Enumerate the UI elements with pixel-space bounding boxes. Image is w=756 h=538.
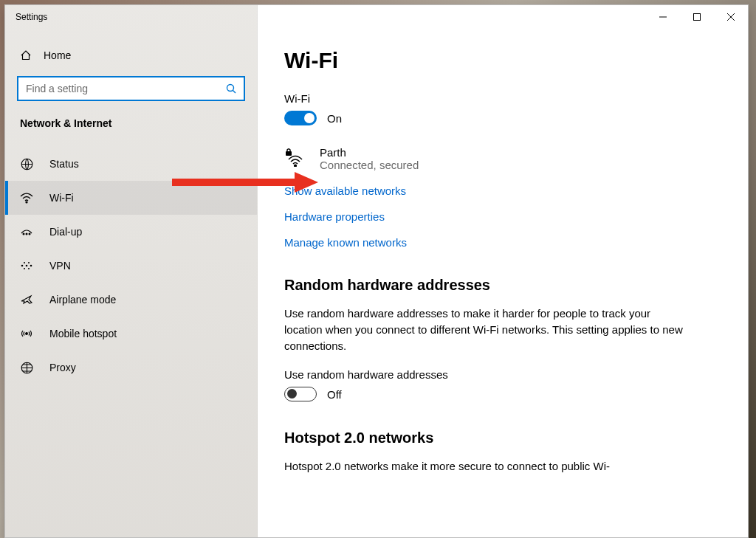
network-status: Connected, secured	[320, 159, 419, 171]
sidebar-item-label: Mobile hotspot	[49, 328, 117, 339]
sidebar-item-status[interactable]: Status	[5, 147, 257, 181]
content-area: Wi-Fi Wi-Fi On Parth Connected, s	[258, 5, 748, 537]
sidebar-item-label: VPN	[49, 260, 71, 272]
settings-window: Settings Home	[4, 4, 749, 538]
current-network[interactable]: Parth Connected, secured	[284, 146, 718, 171]
svg-point-4	[227, 85, 234, 92]
sidebar-item-proxy[interactable]: Proxy	[5, 351, 257, 384]
dialup-icon	[20, 227, 33, 236]
svg-point-11	[21, 265, 24, 267]
wifi-toggle-label: Wi-Fi	[284, 92, 718, 105]
sidebar-item-home[interactable]: Home	[5, 41, 257, 70]
hotspot-icon	[20, 328, 33, 339]
random-hw-heading: Random hardware addresses	[284, 277, 718, 294]
airplane-icon	[20, 294, 33, 306]
sidebar-item-label: Airplane mode	[49, 294, 116, 306]
wifi-toggle-state: On	[327, 112, 342, 125]
svg-point-12	[26, 265, 28, 267]
sidebar-item-label: Dial-up	[49, 226, 82, 238]
svg-line-5	[233, 91, 236, 94]
network-name: Parth	[320, 146, 419, 159]
random-hw-toggle-state: Off	[327, 388, 342, 401]
svg-point-13	[30, 265, 32, 267]
sidebar-item-label: Wi-Fi	[49, 192, 74, 204]
sidebar-item-hotspot[interactable]: Mobile hotspot	[5, 317, 257, 351]
svg-point-8	[23, 233, 24, 235]
hotspot2-heading: Hotspot 2.0 networks	[284, 430, 718, 446]
hotspot2-body: Hotspot 2.0 networks make it more secure…	[284, 458, 683, 475]
svg-rect-1	[694, 14, 701, 21]
svg-point-18	[26, 333, 28, 335]
svg-point-15	[28, 262, 30, 263]
svg-point-7	[26, 201, 27, 203]
svg-point-9	[26, 233, 27, 235]
maximize-button[interactable]	[680, 5, 714, 29]
home-icon	[20, 49, 32, 61]
show-available-networks-link[interactable]: Show available networks	[284, 184, 718, 197]
hardware-properties-link[interactable]: Hardware properties	[284, 210, 718, 223]
svg-point-16	[24, 268, 25, 269]
page-title: Wi-Fi	[284, 48, 718, 73]
sidebar-item-vpn[interactable]: VPN	[5, 249, 257, 283]
search-icon	[226, 83, 236, 94]
proxy-icon	[20, 362, 33, 374]
minimize-button[interactable]	[646, 5, 680, 29]
search-input[interactable]	[26, 83, 226, 94]
window-title: Settings	[5, 12, 47, 22]
status-icon	[20, 158, 33, 170]
secured-wifi-icon	[284, 146, 305, 171]
vpn-icon	[20, 261, 33, 271]
random-hw-body: Use random hardware addresses to make it…	[284, 306, 683, 354]
sidebar-category: Network & Internet	[5, 101, 257, 135]
random-hw-toggle[interactable]	[284, 387, 317, 401]
wifi-icon	[20, 192, 33, 204]
sidebar-item-dialup[interactable]: Dial-up	[5, 215, 257, 249]
manage-known-networks-link[interactable]: Manage known networks	[284, 236, 718, 249]
svg-point-20	[295, 165, 297, 167]
sidebar-home-label: Home	[44, 49, 71, 61]
svg-point-17	[28, 268, 30, 269]
sidebar-item-label: Status	[49, 158, 79, 170]
svg-rect-21	[286, 151, 292, 156]
sidebar-item-wifi[interactable]: Wi-Fi	[5, 181, 257, 215]
svg-point-14	[24, 262, 25, 263]
wifi-toggle[interactable]	[284, 111, 317, 125]
svg-point-10	[29, 233, 30, 235]
search-input-container[interactable]	[17, 76, 245, 101]
random-hw-toggle-label: Use random hardware addresses	[284, 368, 718, 381]
sidebar: Home Network & Internet	[5, 5, 258, 537]
sidebar-item-label: Proxy	[49, 362, 76, 373]
close-button[interactable]	[714, 5, 748, 29]
sidebar-item-airplane[interactable]: Airplane mode	[5, 283, 257, 317]
